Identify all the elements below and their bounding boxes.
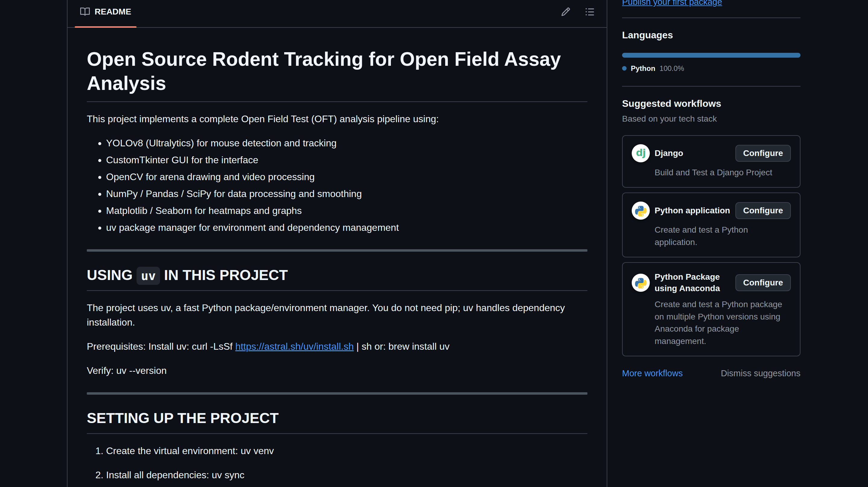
configure-python-application-button[interactable]: Configure [735, 202, 791, 219]
language-percent: 100.0% [659, 64, 684, 73]
django-logo-icon: dj [632, 144, 650, 162]
list-item: NumPy / Pandas / SciPy for data processi… [106, 187, 587, 201]
list-item: OpenCV for arena drawing and video proce… [106, 170, 587, 184]
language-name: Python [631, 64, 655, 73]
install-script-link[interactable]: https://astral.sh/uv/install.sh [236, 341, 354, 352]
workflows-subtitle: Based on your tech stack [622, 114, 801, 124]
language-bar-python[interactable] [622, 53, 801, 58]
dismiss-suggestions-link[interactable]: Dismiss suggestions [721, 368, 801, 378]
edit-readme-button[interactable] [558, 4, 573, 19]
python-logo-icon [632, 202, 650, 220]
workflow-card-description: Build and Test a Django Project [655, 167, 791, 179]
languages-heading: Languages [622, 30, 801, 41]
sidebar-divider [622, 86, 801, 87]
language-legend-python[interactable]: Python 100.0% [622, 64, 801, 73]
setup-heading: SETTING UP THE PROJECT [87, 409, 587, 434]
pencil-icon [561, 7, 570, 17]
python-logo-icon [632, 274, 650, 292]
readme-header: README [67, 0, 607, 28]
readme-card: README Open Source Rodent Tracking for O… [67, 0, 607, 487]
section-divider [87, 249, 587, 252]
workflow-card-python-package-anaconda: Python Package using Anaconda Configure … [622, 262, 801, 356]
workflows-footer: More workflows Dismiss suggestions [622, 368, 801, 378]
suggested-workflows-heading: Suggested workflows [622, 98, 801, 109]
uv-code-chip: uv [136, 267, 160, 285]
uv-paragraph: The project uses uv, a fast Python packa… [87, 300, 587, 330]
outline-button[interactable] [583, 4, 597, 19]
workflow-cards: dj Django Configure Build and Test a Dja… [622, 135, 801, 357]
readme-content: Open Source Rodent Tracking for Open Fie… [67, 28, 607, 487]
sidebar: Publish your first package Languages Pyt… [622, 0, 801, 378]
tech-stack-list: YOLOv8 (Ultralytics) for mouse detection… [87, 136, 587, 235]
publish-package-link[interactable]: Publish your first package [622, 0, 722, 8]
configure-django-button[interactable]: Configure [735, 145, 791, 162]
workflow-card-title: Django [655, 147, 735, 159]
list-item: uv package manager for environment and d… [106, 220, 587, 235]
workflow-card-python-application: Python application Configure Create and … [622, 193, 801, 257]
workflow-card-title: Python application [655, 205, 735, 216]
list-item: YOLOv8 (Ultralytics) for mouse detection… [106, 136, 587, 150]
workflow-card-title: Python Package using Anaconda [655, 271, 735, 294]
workflow-card-django: dj Django Configure Build and Test a Dja… [622, 135, 801, 188]
using-uv-heading: USING uv IN THIS PROJECT [87, 266, 587, 291]
list-item: Install all dependencies: uv sync [106, 468, 587, 482]
list-item: Create the virtual environment: uv venv [106, 443, 587, 458]
list-unordered-icon [585, 7, 595, 17]
setup-steps-list: Create the virtual environment: uv venv … [87, 443, 587, 482]
intro-paragraph: This project implements a complete Open … [87, 112, 587, 126]
list-item: Matplotlib / Seaborn for heatmaps and gr… [106, 203, 587, 218]
language-dot-icon [622, 66, 627, 70]
tab-readme[interactable]: README [75, 0, 136, 27]
configure-python-package-anaconda-button[interactable]: Configure [735, 274, 791, 291]
readme-title: Open Source Rodent Tracking for Open Fie… [87, 47, 587, 102]
workflow-card-description: Create and test a Python package on mult… [655, 298, 791, 347]
section-divider [87, 392, 587, 395]
prerequisites-paragraph: Prerequisites: Install uv: curl -LsSf ht… [87, 339, 587, 354]
tab-readme-label: README [95, 7, 131, 17]
book-icon [80, 7, 90, 17]
list-item: CustomTkinter GUI for the interface [106, 153, 587, 167]
verify-paragraph: Verify: uv --version [87, 363, 587, 378]
workflow-card-description: Create and test a Python application. [655, 224, 791, 248]
active-tab-underline [75, 26, 136, 28]
more-workflows-link[interactable]: More workflows [622, 368, 683, 378]
sidebar-divider [622, 18, 801, 18]
